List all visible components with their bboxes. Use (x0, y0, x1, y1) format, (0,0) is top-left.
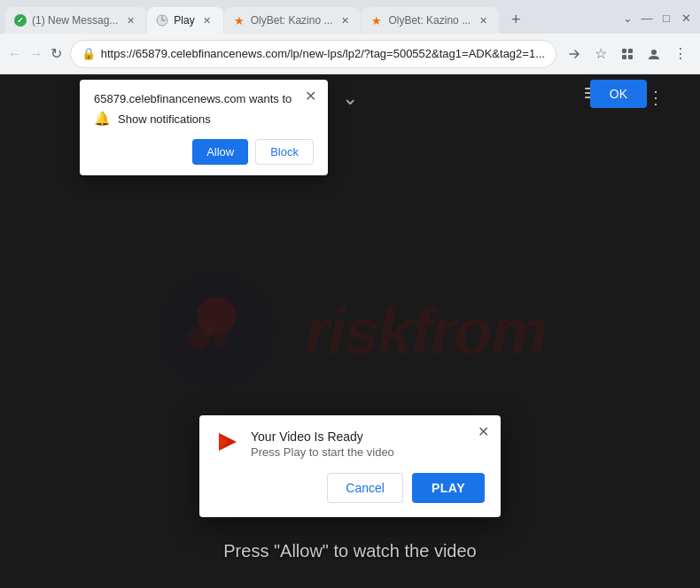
tab-2[interactable]: Play ✕ (147, 7, 222, 34)
more-button[interactable]: ⋮ (668, 42, 693, 66)
watermark-text: riskfrom (305, 295, 546, 368)
cancel-button[interactable]: Cancel (327, 473, 403, 503)
svg-rect-1 (622, 49, 626, 53)
tab4-favicon: ★ (370, 14, 383, 27)
more-page-icon[interactable]: ⋮ (647, 87, 665, 108)
bell-icon: 🔔 (94, 111, 111, 127)
toolbar-actions: ☆ ⋮ (562, 42, 693, 66)
notification-popup: ✕ 65879.celebfinancenews.com wants to 🔔 … (80, 80, 328, 175)
toolbar: ← → ↻ 🔒 https://65879.celebfinancenews.c… (0, 34, 700, 74)
permission-row: 🔔 Show notifications (94, 111, 314, 127)
title-bar: ✓ (1) New Messag... ✕ Play ✕ ★ Ol (0, 0, 700, 34)
address-bar[interactable]: 🔒 https://65879.celebfinancenews.com/lp/… (70, 40, 556, 68)
svg-rect-2 (628, 49, 633, 53)
profile-button[interactable] (642, 42, 666, 66)
video-popup-close[interactable]: ✕ (474, 422, 492, 440)
watermark-logo: riskfrom (154, 267, 546, 395)
tab3-favicon: ★ (233, 14, 245, 27)
tab1-favicon: ✓ (14, 14, 27, 27)
url-text: https://65879.celebfinancenews.com/lp/ne… (101, 47, 545, 60)
tab1-title: (1) New Messag... (32, 14, 118, 27)
svg-point-5 (651, 50, 657, 55)
tab2-close[interactable]: ✕ (200, 13, 214, 27)
tab3-close[interactable]: ✕ (338, 13, 352, 27)
forward-button[interactable]: → (28, 42, 44, 66)
video-popup-content: Your Video Is Ready Press Play to start … (215, 429, 485, 459)
tab4-title: OlyBet: Kazino ... (388, 14, 471, 27)
svg-rect-4 (628, 55, 633, 59)
close-button[interactable]: ✕ (677, 9, 695, 27)
minimize-button[interactable]: — (638, 9, 656, 27)
allow-button[interactable]: Allow (192, 139, 248, 165)
notification-buttons: Allow Block (94, 139, 314, 165)
tab3-title: OlyBet: Kazino ... (251, 14, 333, 27)
play-button[interactable]: PLAY (412, 473, 485, 503)
video-popup-buttons: Cancel PLAY (215, 473, 485, 503)
notification-site-text: 65879.celebfinancenews.com wants to (94, 92, 292, 105)
notification-popup-close[interactable]: ✕ (301, 87, 319, 104)
tab-1[interactable]: ✓ (1) New Messag... ✕ (5, 7, 146, 34)
tab2-favicon (156, 14, 168, 27)
tabs-container: ✓ (1) New Messag... ✕ Play ✕ ★ Ol (5, 7, 618, 34)
press-allow-text: Press "Allow" to watch the video (223, 541, 476, 561)
tab2-title: Play (174, 14, 194, 27)
block-button[interactable]: Block (255, 139, 314, 165)
bookmark-button[interactable]: ☆ (588, 42, 613, 66)
maximize-button[interactable]: □ (657, 9, 675, 27)
video-text: Your Video Is Ready Press Play to start … (251, 429, 394, 459)
reload-button[interactable]: ↻ (49, 42, 65, 66)
ok-popup: OK (590, 80, 647, 108)
permission-label: Show notifications (118, 112, 211, 126)
content-area: riskfrom ⌄ (0, 74, 700, 588)
svg-point-9 (214, 333, 228, 347)
video-ready-title: Your Video Is Ready (251, 429, 394, 444)
window-controls: ⌄ — □ ✕ (618, 9, 695, 27)
tab-4[interactable]: ★ OlyBet: Kazino ... ✕ (362, 7, 499, 34)
extensions-button[interactable] (615, 42, 640, 66)
svg-rect-3 (622, 55, 626, 59)
new-tab-button[interactable]: + (503, 7, 528, 32)
svg-point-10 (204, 326, 214, 337)
notification-site-name: 65879.celebfinancenews.com wants to (94, 92, 314, 105)
tab-3[interactable]: ★ OlyBet: Kazino ... ✕ (224, 7, 362, 34)
browser-window: ✓ (1) New Messag... ✕ Play ✕ ★ Ol (0, 0, 700, 588)
ok-button[interactable]: OK (590, 80, 647, 108)
tab1-close[interactable]: ✕ (123, 13, 137, 27)
share-button[interactable] (562, 42, 587, 66)
chevron-down-page-icon[interactable]: ⌄ (342, 87, 358, 110)
chevron-down-icon[interactable]: ⌄ (618, 9, 636, 27)
video-ready-subtitle: Press Play to start the video (251, 445, 394, 459)
back-button[interactable]: ← (7, 42, 23, 66)
play-icon (215, 429, 240, 454)
video-popup: ✕ Your Video Is Ready Press Play to star… (199, 415, 501, 517)
tab4-close[interactable]: ✕ (476, 13, 490, 27)
lock-icon: 🔒 (82, 47, 96, 60)
